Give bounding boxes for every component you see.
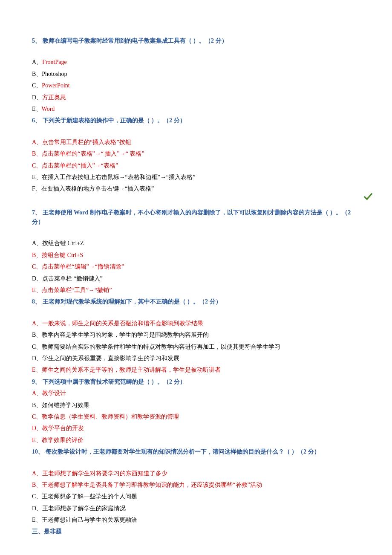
q9-option-b: B、如何维持学习效果 bbox=[32, 401, 360, 410]
q10-option-b: B、王老师想了解学生是否具备了学习即将教学知识的能力，还应该提供哪些“补救”活动 bbox=[32, 480, 360, 490]
q6-option-c: C、点击菜单栏的“插入”→“表格” bbox=[32, 161, 360, 171]
question-5-header: 5、 教师在编写电子教案时经常用到的电子教案集成工具有（ ）。（2 分） bbox=[32, 36, 360, 46]
q7-option-e: E、点击菜单栏“工具”→“撤销” bbox=[32, 286, 360, 295]
section-3-header: 三、是非题 bbox=[32, 527, 360, 536]
q5-option-b: B、Photoshop bbox=[32, 69, 360, 79]
question-6-header: 6、 下列关于新建表格的操作中，正确的是（ ）。（2 分） bbox=[32, 116, 360, 125]
question-10-header: 10、 每次教学设计时，王老师都要对学生现有的知识情况分析一下，请问这样做的目的… bbox=[32, 447, 360, 457]
q6-option-b: B、点击菜单栏的“表格”→“ 插入”→“ 表格” bbox=[32, 149, 360, 159]
q5-option-a: A、FrontPage bbox=[32, 58, 360, 67]
q9-option-a: A、教学设计 bbox=[32, 389, 360, 398]
q10-option-d: D、王老师想多了解学生的家庭情况 bbox=[32, 504, 360, 513]
q7-option-b: B、按组合键 Ctrl+S bbox=[32, 251, 360, 260]
q7-option-c: C、点击菜单栏“编辑”→“撤销清除” bbox=[32, 262, 360, 272]
question-7-header: 7、 王老师使用 Word 制作电子教案时，不小心将刚才输入的内容删除了，以下可… bbox=[32, 208, 360, 227]
q8-option-e: E、师生之间的关系不是平等的，教师是主动讲解者，学生是被动听讲者 bbox=[32, 365, 360, 375]
q9-option-e: E、教学效果的评价 bbox=[32, 436, 360, 445]
q10-option-e: E、王老师想让自己与学生的关系更融洽 bbox=[32, 515, 360, 525]
q6-option-e: E、在插入工作表按钮上右击鼠标→“表格和边框”→“插入表格” bbox=[32, 173, 360, 182]
checkmark-icon bbox=[363, 192, 373, 201]
q7-option-a: A、按组合键 Ctrl+Z bbox=[32, 239, 360, 248]
q8-option-a: A、一般来说，师生之间的关系是否融洽和谐不会影响到教学结果 bbox=[32, 319, 360, 328]
q5-option-e: E、Word bbox=[32, 104, 360, 114]
question-8-header: 8、 王老师对现代教学系统的理解如下，其中不正确的是（ ）。（2 分） bbox=[32, 297, 360, 306]
q10-option-a: A、王老师想了解学生对将要学习的东西知道了多少 bbox=[32, 469, 360, 478]
q9-option-d: D、教学平台的开发 bbox=[32, 424, 360, 433]
q8-option-d: D、学生之间的关系很重要，直接影响学生的学习和发展 bbox=[32, 354, 360, 363]
q10-option-c: C、王老师想多了解一些学生的个人问题 bbox=[32, 492, 360, 501]
question-9-header: 9、 下列选项中属于教育技术研究范畴的是（ ）。（2 分） bbox=[32, 377, 360, 387]
q6-option-a: A、点击常用工具栏的“插入表格”按钮 bbox=[32, 138, 360, 147]
q6-option-f: F、在要插入表格的地方单击右键→“插入表格” bbox=[32, 184, 360, 194]
q8-option-c: C、教师需要结合实际的教学条件和学生的特点对教学内容进行再加工，以使其更符合学生… bbox=[32, 342, 360, 352]
q8-option-b: B、教学内容是学生学习的对象，学生的学习是围绕教学内容展开的 bbox=[32, 330, 360, 340]
q5-option-d: D、方正奥思 bbox=[32, 93, 360, 102]
q9-option-c: C、教学信息（学生资料、教师资料）和教学资源的管理 bbox=[32, 412, 360, 422]
q5-option-c: C、PowerPoint bbox=[32, 81, 360, 90]
q7-option-d: D、点击菜单栏 “撤销键入” bbox=[32, 274, 360, 283]
